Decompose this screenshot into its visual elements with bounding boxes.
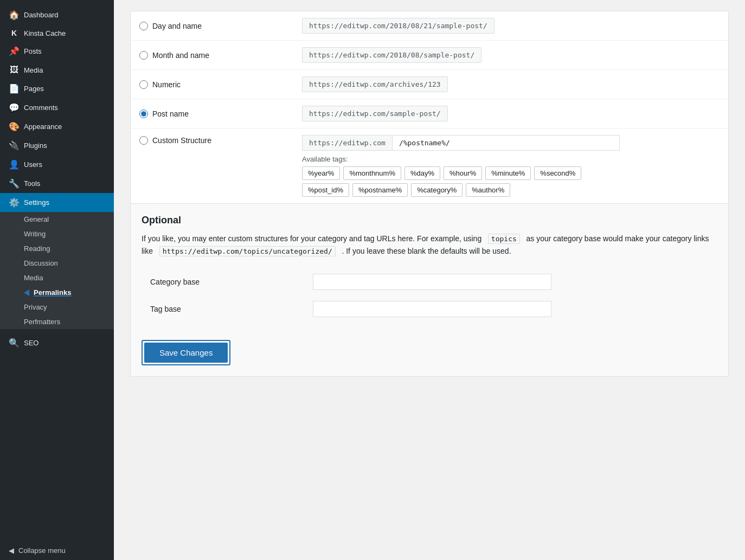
numeric-url: https://editwp.com/archives/123 [302, 76, 448, 92]
sidebar-item-privacy[interactable]: Privacy [0, 300, 114, 314]
media-icon: 🖼 [9, 65, 20, 75]
day-name-url: https://editwp.com/2018/08/21/sample-pos… [302, 18, 494, 34]
custom-url-base: https://editwp.com [302, 135, 392, 151]
save-changes-button[interactable]: Save Changes [144, 343, 228, 363]
sidebar-label-appearance: Appearance [24, 123, 62, 131]
seo-icon: 🔍 [9, 338, 20, 348]
custom-url-wrapper: https://editwp.com [302, 135, 720, 151]
save-section: Save Changes [142, 331, 717, 365]
sidebar-item-plugins[interactable]: 🔌 Plugins [0, 136, 114, 155]
sidebar-item-dashboard[interactable]: 🏠 Dashboard [0, 5, 114, 24]
sidebar-item-pages[interactable]: 📄 Pages [0, 79, 114, 98]
numeric-label[interactable]: Numeric [139, 80, 285, 89]
sidebar-item-media[interactable]: 🖼 Media [0, 61, 114, 79]
sidebar-item-users[interactable]: 👤 Users [0, 155, 114, 174]
sidebar-label-tools: Tools [24, 179, 40, 188]
tag-category[interactable]: %category% [411, 183, 463, 197]
table-row: Post name https://editwp.com/sample-post… [131, 99, 728, 128]
table-row: Numeric https://editwp.com/archives/123 [131, 70, 728, 99]
custom-url-input[interactable] [392, 135, 620, 151]
sidebar-item-reading[interactable]: Reading [0, 241, 114, 256]
sidebar-label-dashboard: Dashboard [24, 11, 59, 19]
category-base-input[interactable] [313, 274, 551, 290]
sidebar-item-seo[interactable]: 🔍 SEO [0, 333, 114, 352]
kinsta-icon: K [9, 29, 20, 37]
day-name-label[interactable]: Day and name [139, 22, 285, 30]
pages-icon: 📄 [9, 83, 20, 94]
example-url: https://editwp.com/topics/uncategorized/ [159, 246, 336, 256]
tag-base-input[interactable] [313, 301, 551, 317]
sidebar-label-posts: Posts [24, 47, 42, 55]
users-icon: 👤 [9, 159, 20, 170]
collapse-icon: ◀ [9, 546, 14, 555]
tag-post-id[interactable]: %post_id% [302, 183, 349, 197]
month-name-label[interactable]: Month and name [139, 51, 285, 60]
permalink-arrow-icon [24, 289, 29, 296]
permalink-options-table: Day and name https://editwp.com/2018/08/… [131, 11, 728, 203]
tags-row-2: %post_id% %postname% %category% %author% [302, 183, 720, 197]
posts-icon: 📌 [9, 46, 20, 56]
tags-row: %year% %monthnum% %day% %hour% %minute% … [302, 166, 720, 180]
available-tags-label: Available tags: [302, 155, 720, 163]
custom-structure-radio[interactable] [139, 136, 148, 145]
category-base-label: Category base [142, 268, 304, 295]
tag-year[interactable]: %year% [302, 166, 340, 180]
month-name-radio[interactable] [139, 51, 148, 60]
sidebar-item-comments[interactable]: 💬 Comments [0, 98, 114, 117]
numeric-radio[interactable] [139, 80, 148, 89]
day-name-radio[interactable] [139, 22, 148, 30]
topics-keyword: topics [488, 234, 520, 244]
post-name-url: https://editwp.com/sample-post/ [302, 106, 448, 121]
sidebar-label-pages: Pages [24, 85, 44, 93]
tag-second[interactable]: %second% [534, 166, 581, 180]
optional-title: Optional [142, 215, 717, 226]
sidebar-label-media: Media [24, 66, 43, 74]
optional-fields-table: Category base Tag base [142, 268, 717, 323]
sidebar-item-permalinks[interactable]: Permalinks [0, 285, 114, 300]
tools-icon: 🔧 [9, 178, 20, 189]
sidebar-label-kinsta: Kinsta Cache [24, 29, 66, 37]
post-name-radio[interactable] [139, 110, 148, 118]
optional-description: If you like, you may enter custom struct… [142, 233, 717, 258]
save-button-wrapper: Save Changes [142, 340, 230, 365]
sidebar-item-media-sub[interactable]: Media [0, 271, 114, 285]
permalink-options-section: Day and name https://editwp.com/2018/08/… [130, 11, 729, 204]
sidebar-item-kinsta-cache[interactable]: K Kinsta Cache [0, 24, 114, 42]
table-row: Tag base [142, 295, 717, 323]
appearance-icon: 🎨 [9, 121, 20, 132]
sidebar-item-writing[interactable]: Writing [0, 227, 114, 241]
optional-section: Optional If you like, you may enter cust… [130, 204, 729, 377]
main-content: Day and name https://editwp.com/2018/08/… [114, 0, 745, 560]
tag-minute[interactable]: %minute% [485, 166, 531, 180]
table-row: Month and name https://editwp.com/2018/0… [131, 41, 728, 70]
tag-author[interactable]: %author% [466, 183, 510, 197]
tag-day[interactable]: %day% [404, 166, 440, 180]
tag-postname[interactable]: %postname% [352, 183, 408, 197]
month-name-url: https://editwp.com/2018/08/sample-post/ [302, 47, 481, 63]
sidebar: 🏠 Dashboard K Kinsta Cache 📌 Posts 🖼 Med… [0, 0, 114, 560]
post-name-label[interactable]: Post name [139, 110, 285, 118]
sidebar-label-seo: SEO [24, 339, 38, 347]
settings-submenu: General Writing Reading Discussion Media… [0, 212, 114, 329]
sidebar-item-discussion[interactable]: Discussion [0, 256, 114, 271]
table-row: Day and name https://editwp.com/2018/08/… [131, 11, 728, 41]
tag-monthnum[interactable]: %monthnum% [343, 166, 401, 180]
tag-hour[interactable]: %hour% [444, 166, 482, 180]
tag-base-label: Tag base [142, 295, 304, 323]
sidebar-item-settings[interactable]: ⚙️ Settings [0, 193, 114, 212]
sidebar-item-appearance[interactable]: 🎨 Appearance [0, 117, 114, 136]
sidebar-item-posts[interactable]: 📌 Posts [0, 42, 114, 61]
sidebar-item-general[interactable]: General [0, 212, 114, 227]
sidebar-item-tools[interactable]: 🔧 Tools [0, 174, 114, 193]
sidebar-label-comments: Comments [24, 104, 58, 112]
sidebar-label-plugins: Plugins [24, 141, 47, 150]
collapse-menu-button[interactable]: ◀ Collapse menu [0, 541, 114, 560]
collapse-label: Collapse menu [18, 546, 66, 555]
table-row: Custom Structure https://editwp.com Avai… [131, 128, 728, 204]
comments-icon: 💬 [9, 102, 20, 113]
custom-structure-label[interactable]: Custom Structure [139, 136, 285, 145]
sidebar-label-users: Users [24, 160, 42, 169]
settings-icon: ⚙️ [9, 197, 20, 208]
dashboard-icon: 🏠 [9, 10, 20, 20]
sidebar-item-perfmatters[interactable]: Perfmatters [0, 314, 114, 329]
